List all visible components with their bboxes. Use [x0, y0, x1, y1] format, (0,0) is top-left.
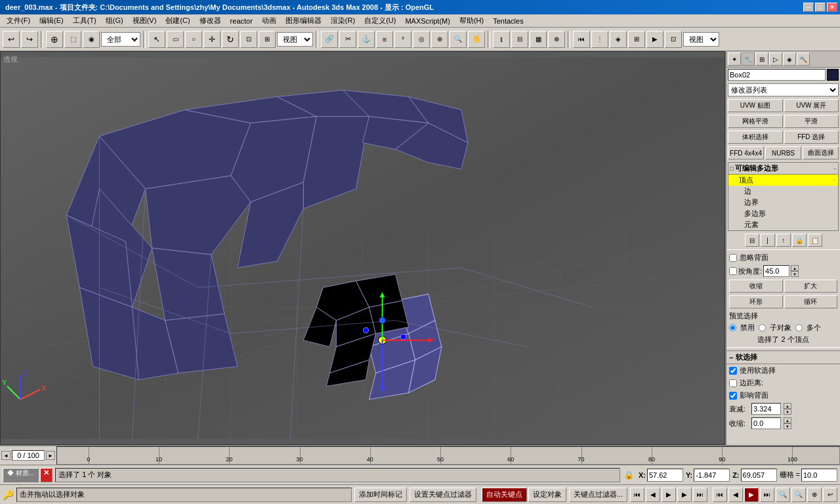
select-region-button[interactable]: ⬚ — [64, 31, 81, 48]
redo-button[interactable]: ↪ — [21, 31, 38, 48]
ffd4x4x4-button[interactable]: FFD 4x4x4 — [728, 146, 764, 159]
viewport-nav-5[interactable]: 🔍 — [776, 488, 790, 502]
set-key-button[interactable]: 设定对象 — [528, 488, 566, 502]
angle-down-button[interactable]: ▼ — [791, 271, 799, 277]
scale-button[interactable]: ⊡ — [240, 31, 257, 48]
edge-distance-checkbox[interactable] — [729, 379, 737, 387]
uvw-unwrap-button[interactable]: UVW 展开 — [784, 99, 839, 112]
modifier-vertex-item[interactable]: 顶点 · — [728, 175, 838, 186]
preview-subobj-radio[interactable] — [759, 324, 766, 331]
viewport-nav-8[interactable]: ↩ — [823, 488, 837, 502]
frame-counter[interactable]: 0 / 100 — [12, 450, 45, 461]
prev-frame-button[interactable]: ◀ — [646, 488, 660, 502]
modifier-stack-header[interactable]: □ 可编辑多边形 ·· — [728, 163, 838, 175]
ignore-backface-checkbox[interactable] — [729, 254, 737, 262]
menu-tentacles[interactable]: Tentacles — [489, 16, 527, 26]
stack-remove-button[interactable]: ↑ — [776, 234, 791, 247]
render-button[interactable]: ▶ — [646, 31, 663, 48]
viewport-nav-1[interactable]: ⏮ — [713, 488, 727, 502]
mirror-button[interactable]: ⫿ — [493, 31, 510, 48]
object-color-swatch[interactable] — [827, 69, 839, 81]
move-button[interactable]: ✛ — [203, 31, 220, 48]
z-coord-input[interactable]: 69.057 — [741, 469, 777, 482]
menu-render[interactable]: 渲染(R) — [327, 15, 359, 26]
stack-lock-button[interactable]: 🔒 — [792, 234, 807, 247]
x-coord-input[interactable]: 57.62 — [647, 469, 683, 482]
schematic-button[interactable]: ⋮ — [591, 31, 608, 48]
menu-create[interactable]: 创建(C) — [161, 15, 194, 26]
quick-align-button[interactable]: ▦ — [530, 31, 547, 48]
viewport-nav-6[interactable]: 🔍 — [791, 488, 806, 502]
bind-button[interactable]: ⚓ — [358, 31, 375, 48]
loop-button[interactable]: 循环 — [784, 295, 838, 308]
go-first-button[interactable]: ⏮ — [630, 488, 644, 502]
viewport-nav-2[interactable]: ◀ — [728, 488, 743, 502]
cursor-button[interactable]: ↖ — [148, 31, 165, 48]
volume-select-button[interactable]: 体积选择 — [728, 131, 783, 144]
select-object-button[interactable]: ⊕ — [46, 31, 63, 48]
add-time-mark-button[interactable]: 添加时间标记 — [354, 488, 407, 502]
layer-button[interactable]: ≡ — [376, 31, 393, 48]
menu-view[interactable]: 视图(V) — [129, 15, 161, 26]
object-name-input[interactable]: Box02 — [728, 69, 826, 81]
falloff-input[interactable]: 3.324 — [751, 403, 781, 415]
ffd-select-button[interactable]: FFD 选择 — [784, 131, 839, 144]
auto-key-button[interactable]: 自动关键点 — [482, 488, 527, 502]
smooth-button[interactable]: 平滑 — [784, 115, 839, 128]
uvw-map-button[interactable]: UVW 贴图 — [728, 99, 783, 112]
timeline-nav-left[interactable]: ◄ — [1, 451, 10, 460]
hierarchy-tab-icon[interactable]: ⊞ — [755, 52, 768, 66]
lock-icon[interactable]: 🔒 — [623, 469, 636, 482]
material-button[interactable]: ◆ 材质... — [3, 468, 39, 482]
rotate-button[interactable]: ↻ — [222, 31, 239, 48]
navigation-first[interactable]: ⏮ — [573, 31, 590, 48]
key-filter-button[interactable]: 关键点过滤器... — [569, 488, 627, 502]
view-dropdown[interactable]: 视图 — [277, 32, 313, 47]
menu-group[interactable]: 组(G) — [102, 15, 127, 26]
render-setup-button[interactable]: ⊞ — [628, 31, 645, 48]
shrink-button[interactable]: 收缩 — [729, 280, 783, 293]
pinch-input[interactable]: 0.0 — [751, 417, 781, 429]
utilities-tab-icon[interactable]: 🔨 — [797, 52, 810, 66]
align-button[interactable]: ⊟ — [511, 31, 528, 48]
modifier-polygon-item[interactable]: 多边形 — [728, 208, 838, 219]
stack-pin-button[interactable]: ⊟ — [745, 234, 759, 247]
viewport[interactable]: 透视 — [0, 51, 725, 445]
use-soft-select-checkbox[interactable] — [729, 367, 737, 375]
soft-selection-header[interactable]: − 软选择 — [726, 350, 840, 364]
menu-edit[interactable]: 编辑(E) — [35, 15, 68, 26]
create-tab-icon[interactable]: ✦ — [728, 52, 741, 66]
stack-show-button[interactable]: | — [761, 234, 775, 247]
modify-tab-icon[interactable]: 🔧 — [742, 52, 755, 66]
modifier-list-dropdown[interactable]: 修改器列表 — [728, 83, 839, 96]
menu-help[interactable]: 帮助(H) — [455, 15, 488, 26]
menu-maxscript[interactable]: MAXScript(M) — [401, 16, 453, 26]
mesh-smooth-button[interactable]: 网格平滑 — [728, 115, 783, 128]
viewport-nav-3[interactable]: ▶ — [744, 488, 759, 502]
modifier-edge-item[interactable]: 边 — [728, 186, 838, 197]
setup-keys-button[interactable]: 设置关键点过滤器 — [410, 488, 476, 502]
link-button[interactable]: 🔗 — [321, 31, 338, 48]
surface-select-button[interactable]: 曲面选择 — [803, 146, 839, 159]
close-button[interactable]: ✕ — [827, 3, 837, 12]
mat-editor-button[interactable]: ◈ — [610, 31, 627, 48]
stack-copy-button[interactable]: 📋 — [808, 234, 822, 247]
menu-graph-editor[interactable]: 图形编辑器 — [282, 15, 326, 26]
normal-align-button[interactable]: ⊕ — [548, 31, 565, 48]
pan-button[interactable]: 🖐 — [468, 31, 485, 48]
modifier-border-item[interactable]: 边界 — [728, 197, 838, 208]
undo-button[interactable]: ↩ — [3, 31, 20, 48]
menu-tools[interactable]: 工具(T) — [69, 15, 100, 26]
reference-button[interactable]: ⊞ — [259, 31, 276, 48]
viewport-nav-4[interactable]: ⏭ — [760, 488, 774, 502]
by-angle-checkbox[interactable] — [729, 267, 737, 275]
display-tab-icon[interactable]: ◈ — [783, 52, 796, 66]
zoom-button[interactable]: 🔍 — [450, 31, 467, 48]
motion-tab-icon[interactable]: ▷ — [769, 52, 782, 66]
preview-disabled-radio[interactable] — [729, 324, 736, 331]
circle-select-button[interactable]: ○ — [185, 31, 202, 48]
select-all-dropdown[interactable]: 全部 — [101, 32, 140, 47]
grid-value-input[interactable]: 10.0 — [801, 469, 837, 482]
right-view-dropdown[interactable]: 视图 — [683, 32, 719, 47]
pinch-up-button[interactable]: ▲ — [784, 417, 791, 423]
